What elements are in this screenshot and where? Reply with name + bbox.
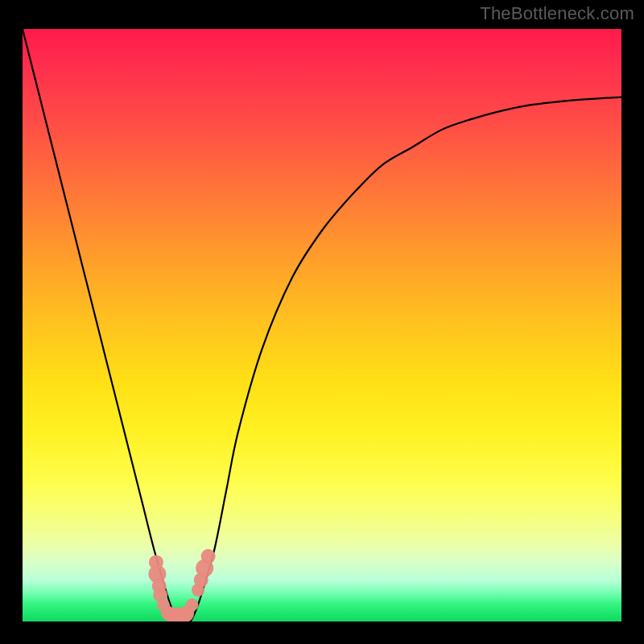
marker-dot [201,549,216,564]
bottleneck-curve [23,29,621,621]
marker-dot [186,598,199,611]
curve-layer [23,29,621,621]
marker-group [148,549,215,621]
chart-frame: TheBottleneck.com [0,0,644,644]
bottleneck-curve-path [23,29,621,621]
watermark-text: TheBottleneck.com [480,3,634,24]
plot-area [23,29,621,621]
